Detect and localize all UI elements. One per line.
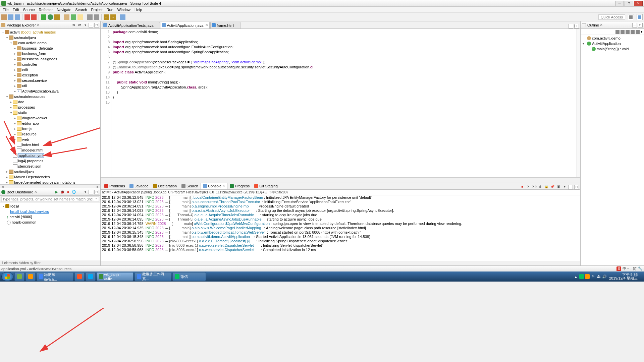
tree-node[interactable]: ▸diagram-viewer bbox=[0, 115, 100, 121]
install-cloud-link[interactable]: Install local cloud services bbox=[1, 209, 100, 214]
tab-problems[interactable]: Problems bbox=[102, 183, 127, 189]
tree-node[interactable]: ▸controller bbox=[0, 62, 100, 67]
save-all-icon[interactable] bbox=[15, 14, 20, 20]
outline-tree[interactable]: com.activiti.demo ▾ ActivitiApplication … bbox=[581, 35, 644, 265]
run-icon[interactable] bbox=[48, 14, 53, 20]
taskbar-sts[interactable]: wk_tianjin - activ... bbox=[97, 272, 133, 281]
tree-node[interactable]: log4j.properties bbox=[0, 158, 100, 164]
stop-icon[interactable] bbox=[24, 14, 30, 20]
tree-node[interactable]: ▸business_form bbox=[0, 51, 100, 56]
filter-icon[interactable]: ☰ bbox=[77, 190, 82, 194]
terminate-icon[interactable] bbox=[31, 14, 37, 20]
menu-edit[interactable]: Edit bbox=[11, 8, 21, 12]
boot-apps-tree[interactable]: ▾ local Install local cloud services ↑ a… bbox=[0, 203, 100, 260]
display-console-icon[interactable]: ▣ bbox=[556, 185, 561, 189]
menu-refactor[interactable]: Refactor bbox=[37, 8, 55, 12]
hide-static-icon[interactable] bbox=[626, 30, 630, 34]
menu-search[interactable]: Search bbox=[73, 8, 89, 12]
ime-icon[interactable]: S bbox=[616, 266, 621, 271]
menu-source[interactable]: Source bbox=[21, 8, 37, 12]
maximize-view-icon[interactable]: □ bbox=[94, 23, 99, 27]
taskbar-app-1[interactable] bbox=[14, 272, 24, 281]
outline-class[interactable]: ▾ ActivitiApplication bbox=[581, 41, 643, 46]
new-package-icon[interactable] bbox=[64, 14, 69, 20]
collapse-all-icon[interactable]: ⇆ bbox=[71, 23, 76, 27]
taskbar-app-4[interactable] bbox=[86, 272, 96, 281]
code-editor[interactable]: package com.activiti.demo; import org.sp… bbox=[111, 29, 576, 177]
tray-network-icon[interactable]: 🖧 bbox=[596, 274, 601, 279]
tree-node[interactable]: ▾src/main/java bbox=[0, 35, 100, 40]
editor-maximize-icon[interactable]: □ bbox=[574, 24, 579, 28]
console-output[interactable]: 2019-12-04 20:36:12.845 INFO 2028 --- [ … bbox=[101, 195, 580, 261]
outline-method[interactable]: s main(String[]) : void bbox=[581, 46, 643, 52]
show-desktop-button[interactable] bbox=[640, 272, 643, 281]
back-icon[interactable]: ← bbox=[104, 14, 109, 20]
ime-label[interactable]: 中 bbox=[623, 266, 626, 271]
open-browser-icon[interactable]: 🌐 bbox=[71, 190, 76, 194]
menu-window[interactable]: Window bbox=[115, 8, 132, 12]
tree-node[interactable]: ▸doc bbox=[0, 99, 100, 105]
maximize-button[interactable]: □ bbox=[625, 1, 633, 6]
forward-icon[interactable]: → bbox=[110, 14, 116, 20]
tree-node[interactable]: ▾static bbox=[0, 110, 100, 115]
menu-navigate[interactable]: Navigate bbox=[55, 8, 73, 12]
coverage-icon[interactable] bbox=[54, 14, 60, 20]
open-perspective-button[interactable] bbox=[628, 14, 634, 20]
pin-console-icon[interactable]: 📌 bbox=[550, 185, 555, 189]
tree-node[interactable]: ▸exception bbox=[0, 72, 100, 78]
tree-node[interactable]: ▸target/generated-sources/annotations bbox=[0, 180, 100, 184]
tree-node[interactable]: ▸util bbox=[0, 83, 100, 88]
minimize-boot-icon[interactable]: ─ bbox=[89, 190, 93, 194]
taskbar-app-2[interactable] bbox=[25, 272, 36, 281]
boot-local-node[interactable]: ▾ local bbox=[1, 203, 100, 209]
debug-start-icon[interactable]: 🐞 bbox=[60, 190, 65, 194]
quick-access-input[interactable] bbox=[598, 14, 625, 20]
tree-node[interactable]: ▾com.activiti.demo bbox=[0, 40, 100, 46]
tree-node[interactable]: ▾src/main/resources bbox=[0, 94, 100, 99]
editor-tab[interactable]: frame.html bbox=[210, 22, 240, 28]
tree-node[interactable]: modeler.html bbox=[0, 147, 100, 153]
remove-launch-icon[interactable]: ✕ bbox=[526, 185, 531, 189]
tab-declaration[interactable]: Declaration bbox=[151, 183, 179, 189]
editor-tab[interactable]: ActivitiApplicationTests.java bbox=[102, 22, 160, 28]
close-button[interactable]: ✕ bbox=[634, 1, 643, 6]
terminate-console-icon[interactable]: ■ bbox=[520, 185, 525, 189]
hide-fields-icon[interactable] bbox=[621, 30, 625, 34]
package-explorer-tree[interactable]: ▾activiti [boot] [activiti master]▾src/m… bbox=[0, 29, 100, 184]
ime-sub[interactable]: 简 bbox=[633, 266, 637, 271]
minimize-console-icon[interactable]: ─ bbox=[568, 185, 573, 189]
tab-search[interactable]: Search bbox=[179, 183, 201, 189]
tree-node[interactable]: ▸ActivitiApplication.java bbox=[0, 88, 100, 94]
clear-console-icon[interactable]: 🗑 bbox=[538, 185, 543, 189]
menu-run[interactable]: Run bbox=[105, 8, 115, 12]
menu-help[interactable]: Help bbox=[132, 8, 144, 12]
boot-filter-input[interactable] bbox=[1, 196, 99, 202]
maximize-console-icon[interactable]: □ bbox=[574, 185, 579, 189]
tray-app-icon-2[interactable] bbox=[585, 274, 590, 279]
maximize-boot-icon[interactable]: □ bbox=[94, 190, 99, 194]
start-icon[interactable]: ▶ bbox=[54, 190, 59, 194]
start-button[interactable] bbox=[1, 272, 13, 281]
scroll-lock-icon[interactable]: 🔒 bbox=[544, 185, 549, 189]
debug-icon[interactable] bbox=[41, 14, 46, 20]
tree-node[interactable]: ▾activiti [boot] [activiti master] bbox=[0, 29, 100, 35]
link-editor-icon[interactable]: ⇄ bbox=[77, 23, 82, 27]
editor-scrollbar[interactable] bbox=[101, 177, 580, 182]
line-gutter[interactable]: 123456789101112131415 bbox=[101, 29, 111, 177]
tab-progress[interactable]: Progress bbox=[227, 183, 252, 189]
tab-javadoc[interactable]: Javadoc bbox=[127, 183, 151, 189]
boot-app-activiti[interactable]: ↑ activiti [:8006] bbox=[1, 214, 100, 220]
tree-node[interactable]: ▸web bbox=[0, 137, 100, 142]
tree-node[interactable]: ▸second.service bbox=[0, 78, 100, 83]
tree-node[interactable]: ▸bussiness_assignees bbox=[0, 56, 100, 62]
tray-flag-icon[interactable]: 🏳 bbox=[591, 274, 595, 279]
taskbar-wechat[interactable]: 微信 bbox=[172, 272, 206, 281]
console-scrollbar[interactable] bbox=[101, 261, 580, 265]
new-class-icon[interactable] bbox=[71, 14, 76, 20]
menu-file[interactable]: File bbox=[1, 8, 11, 12]
outline-maximize-icon[interactable]: □ bbox=[638, 23, 643, 27]
sort-icon[interactable] bbox=[615, 30, 620, 34]
tray-up-icon[interactable]: ▴ bbox=[574, 274, 578, 279]
tree-node[interactable]: stencilset.json bbox=[0, 164, 100, 169]
horizontal-scrollbar[interactable]: ◄► bbox=[0, 184, 100, 188]
